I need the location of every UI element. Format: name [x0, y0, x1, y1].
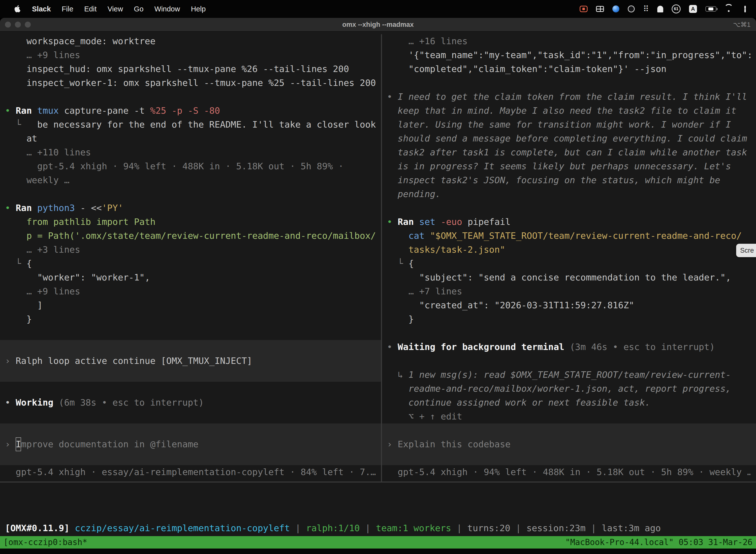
text-segment: (6m 38s • esc to interrupt) [59, 397, 204, 407]
terminal-line: gpt-5.4 xhigh · essay/ai-reimplementatio… [5, 465, 376, 479]
apple-menu[interactable] [9, 0, 26, 18]
menu-edit[interactable]: Edit [79, 0, 102, 18]
text-segment: gpt-5.4 xhigh · 94% left · 488K in · 5.1… [387, 467, 751, 477]
input-source-icon[interactable]: A [689, 5, 697, 13]
text-segment: | [360, 523, 376, 533]
window-title-bar[interactable]: omx --xhigh --madmax ⌥⌘1 [0, 18, 756, 32]
text-segment [387, 356, 392, 366]
terminal-line: cat "$OMX_TEAM_STATE_ROOT/team/review-cu… [387, 229, 751, 243]
control-center-icon[interactable] [741, 6, 749, 12]
screenshot-notification[interactable]: Scre [736, 244, 756, 257]
apple-icon [14, 5, 21, 13]
menu-help[interactable]: Help [186, 0, 211, 18]
text-segment [5, 411, 10, 422]
tmux-pane-right[interactable]: … +16 lines '{"team_name":"my-team","tas… [382, 34, 756, 482]
terminal-line: ] [5, 298, 376, 312]
text-segment: "created_at": "2026-03-31T11:59:27.816Z" [387, 300, 634, 310]
terminal-line [5, 326, 376, 340]
text-segment: | [510, 523, 526, 533]
terminal-line: … +110 lines [5, 146, 376, 159]
text-segment: team:1 workers [376, 523, 451, 533]
terminal-line: • Waiting for background terminal (3m 46… [387, 340, 751, 354]
text-segment: turns:20 [467, 523, 510, 533]
terminal-line: • I need to get the claim token from the… [387, 90, 751, 104]
text-segment: • [387, 342, 397, 352]
text-segment: should send a message before completing … [387, 133, 747, 144]
grid-icon[interactable] [596, 6, 604, 12]
terminal-line: continue assigned work or next feasible … [387, 396, 751, 409]
tmux-pane-left[interactable]: workspace_mode: worktree … +9 lines insp… [0, 34, 381, 482]
terminal-line: └ { [5, 257, 376, 271]
terminal-line: gpt-5.4 xhigh · 94% left · 488K in · 5.1… [387, 465, 751, 479]
terminal-line [5, 90, 376, 104]
menu-view[interactable]: View [102, 0, 128, 18]
text-segment: … +3 lines [5, 244, 80, 255]
terminal-line: is in progress? It seems likely but perh… [387, 159, 751, 173]
injected-prompt-box[interactable]: › Ralph loop active continue [OMX_TMUX_I… [0, 340, 381, 382]
text-segment: Working [16, 397, 59, 407]
terminal-line: └ { [387, 257, 751, 271]
text-segment: • [5, 397, 16, 407]
terminal: workspace_mode: worktree … +9 lines insp… [0, 32, 756, 554]
text-segment: } [5, 314, 32, 324]
swirl-icon[interactable] [612, 5, 619, 12]
terminal-line: inspect_hud: omx sparkshell --tmux-pane … [5, 62, 376, 76]
terminal-line [5, 382, 376, 396]
terminal-line: should send a message before completing … [387, 131, 751, 146]
text-segment: [OMX#0.11.9] [5, 523, 75, 533]
text-segment: | [586, 523, 602, 533]
terminal-line: p = Path('.omx/state/team/review-current… [5, 229, 376, 243]
menu-file[interactable]: File [56, 0, 79, 18]
terminal-line: from pathlib import Path [5, 215, 376, 229]
window-shortcut-badge: ⌥⌘1 [733, 21, 751, 29]
terminal-line: weekly … [5, 173, 376, 187]
text-segment: › [387, 437, 397, 451]
text-segment [387, 231, 408, 241]
disc-icon[interactable] [628, 5, 635, 12]
text-segment: ralph:1/10 [306, 523, 360, 533]
menu-items: FileEditViewGoWindowHelp [56, 0, 211, 18]
text-segment: … +16 lines [387, 36, 467, 46]
terminal-line: "subject": "send a concise recommendatio… [387, 271, 751, 284]
composer-input[interactable]: › Improve documentation in @filename [0, 424, 381, 465]
dots-grid-icon[interactable]: ⠿ [643, 5, 649, 13]
wifi-icon[interactable] [725, 6, 733, 12]
text-segment: Ran [16, 106, 37, 116]
text-segment: inspect_worker-1: omx sparkshell --tmux-… [5, 78, 376, 88]
text-segment: └ [5, 258, 26, 269]
text-segment: … +110 lines [5, 147, 91, 157]
terminal-line: '{"team_name":"my-team","task_id":"1","f… [387, 48, 751, 62]
screen-recording-icon[interactable] [580, 6, 587, 12]
terminal-line: • Ran set -euo pipefail [387, 215, 751, 229]
text-segment [387, 328, 392, 338]
text-segment: ↳ [387, 370, 408, 380]
tmux-status-bar: [omx-cczip0:bash* "MacBook-Pro-44.local"… [0, 536, 756, 549]
ghost-icon[interactable] [657, 6, 663, 12]
text-segment: "completed","claim_token":"claim-token"}… [387, 64, 667, 74]
menu-go[interactable]: Go [128, 0, 149, 18]
text-segment: gpt-5.4 xhigh · essay/ai-reimplementatio… [5, 467, 376, 477]
text-segment: I need to get the claim token from the c… [397, 92, 747, 102]
terminal-line [387, 76, 751, 90]
battery-icon[interactable] [705, 6, 716, 12]
terminal-line: keep that in mind. Maybe I also need the… [387, 104, 751, 118]
text-segment: ⌥ + ↑ edit [387, 411, 462, 422]
text-segment: { [26, 258, 32, 269]
text-segment: › [5, 437, 16, 451]
menu-window[interactable]: Window [149, 0, 186, 18]
app-menu-slack[interactable]: Slack [26, 0, 56, 18]
terminal-line: later. Using the same for transition mig… [387, 118, 751, 131]
menu-bar: Slack FileEditViewGoWindowHelp ⠿61A [0, 0, 756, 18]
battery-gauge-icon[interactable]: 61 [672, 4, 681, 13]
text-segment: ] [5, 300, 43, 310]
terminal-line: readme-and-reco/mailbox/worker-1.json, a… [387, 382, 751, 396]
text-segment [5, 92, 10, 102]
tmux-host-clock: "MacBook-Pro-44.local" 05:03 31-Mar-26 [565, 536, 753, 549]
text-segment: … +9 lines [5, 50, 80, 60]
text-segment: └ [5, 119, 37, 129]
window-title: omx --xhigh --madmax [0, 21, 756, 29]
terminal-line: "completed","claim_token":"claim-token"}… [387, 62, 751, 76]
text-segment: is in progress? It seems likely but perh… [387, 161, 731, 171]
composer-input[interactable]: › Explain this codebase [382, 424, 756, 465]
terminal-line: • Working (6m 38s • esc to interrupt) [5, 396, 376, 409]
